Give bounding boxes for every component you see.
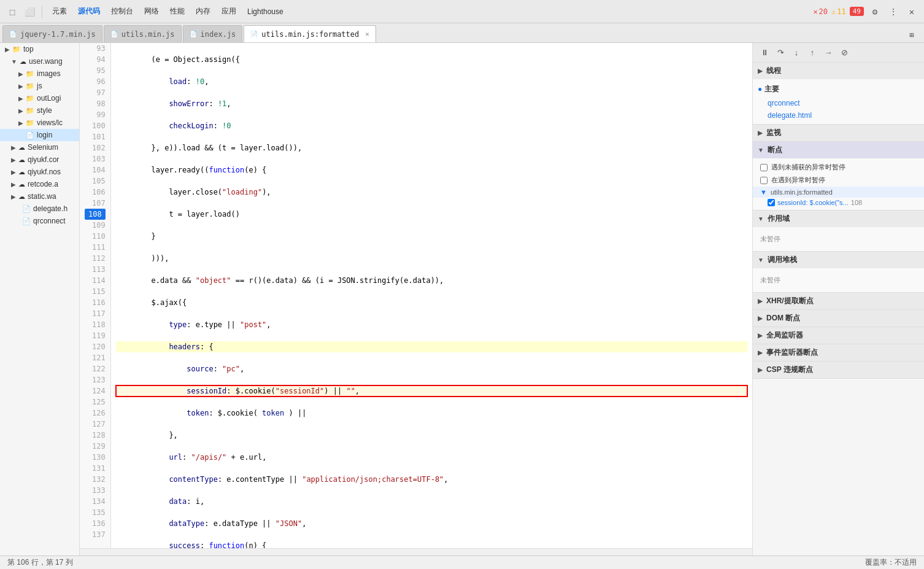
settings-icon[interactable]: ⚙ [868,4,882,19]
threads-header[interactable]: ▶ 线程 [753,63,924,79]
tree-file-icon: 📄 [22,205,31,213]
tab-jquery[interactable]: 📄 jquery-1.7.min.js [2,25,102,42]
status-bar: 第 106 行，第 17 列 覆盖率：不适用 [0,555,924,569]
code-content[interactable]: (e = Object.assign({ load: !0, showError… [111,43,752,548]
step-out-button[interactable]: ↑ [806,46,819,60]
line-num-132: 132 [85,474,106,485]
scope-content: 未暂停 [753,227,924,251]
callstack-header[interactable]: ▼ 调用堆栈 [753,252,924,268]
nav-memory[interactable]: 内存 [191,6,215,17]
thread-item-qrconnect[interactable]: qrconnect [753,97,924,109]
scope-header[interactable]: ▼ 作用域 [753,211,924,227]
tree-folder-icon: 📁 [26,82,34,90]
tree-item-style[interactable]: ▶ 📁 style [0,104,79,117]
toolbar-right: ✕ 20 ⚠ 11 49 ⚙ ⋮ ✕ [813,4,919,19]
line-num-127: 127 [85,419,106,430]
tree-folder-icon: 📁 [26,119,34,127]
tab-utils[interactable]: 📄 utils.min.js [104,25,182,42]
nav-network[interactable]: 网络 [139,6,164,17]
tree-item-selenium[interactable]: ▶ ☁ Selenium [0,141,79,153]
code-line-93: (e = Object.assign({ [116,54,747,65]
device-icon[interactable]: ⬜ [22,4,37,19]
tree-item-retcode[interactable]: ▶ ☁ retcode.a [0,178,79,190]
dom-header[interactable]: ▶ DOM 断点 [753,310,924,327]
tab-label: jquery-1.7.min.js [20,30,96,39]
global-header[interactable]: ▶ 全局监听器 [753,327,924,344]
error-badge[interactable]: ✕ 20 [813,7,828,16]
info-badge[interactable]: 49 [850,7,864,16]
line-num-131: 131 [85,463,106,474]
tree-item-qrconnect[interactable]: 📄 qrconnect [0,215,79,227]
line-num-93: 93 [85,43,106,54]
tree-item-login[interactable]: 📄 login [0,129,79,141]
code-line-106: headers: { [116,341,747,352]
nav-source[interactable]: 源代码 [73,6,105,17]
close-icon[interactable]: ✕ [904,4,919,19]
tab-utils-formatted[interactable]: 📄 utils.min.js:formatted ✕ [244,25,376,42]
tree-item-js[interactable]: ▶ 📁 js [0,80,79,92]
csp-arrow: ▶ [758,366,763,373]
expand-icon[interactable]: ⊞ [904,28,919,42]
bp-uncaught-item[interactable]: 遇到未捕获的异常时暂停 [753,161,924,174]
tree-item-images[interactable]: ▶ 📁 images [0,68,79,80]
xhr-section: ▶ XHR/提取断点 [753,293,924,310]
line-num-101: 101 [85,131,106,142]
tree-item-views[interactable]: ▶ 📁 views/lc [0,117,79,129]
nav-elements[interactable]: 元素 [47,6,72,17]
tree-arrow: ▼ [11,58,17,65]
monitor-header[interactable]: ▶ 监视 [753,125,924,141]
code-line-100: t = layer.load() [116,209,747,220]
line-num-133: 133 [85,485,106,496]
bp-file-item[interactable]: ▼ utils.min.js:formatted [753,187,924,198]
bp-sub-checkbox[interactable] [768,199,775,206]
tree-item-top[interactable]: ▶ 📁 top [0,43,79,55]
monitor-label: 监视 [766,128,781,138]
line-num-99: 99 [85,109,106,120]
line-num-121: 121 [85,352,106,363]
code-line-105: type: e.type || "post", [116,319,747,330]
code-line-113: data: i, [116,496,747,507]
tree-item-userwang[interactable]: ▼ ☁ user.wang [0,55,79,68]
nav-performance[interactable]: 性能 [165,6,190,17]
horizontal-scrollbar[interactable] [80,548,752,555]
tree-item-label: delegate.h [33,204,67,213]
step-over-button[interactable]: ↷ [774,46,787,60]
breakpoints-header[interactable]: ▼ 断点 [753,142,924,158]
code-line-94: load: !0, [116,76,747,87]
tree-item-qiyukf1[interactable]: ▶ ☁ qiyukf.cor [0,153,79,166]
line-num-106[interactable]: 106 [85,187,106,198]
tab-label: utils.min.js [121,30,175,39]
inspect-icon[interactable]: ⬚ [5,4,20,19]
more-icon[interactable]: ⋮ [886,4,901,19]
bp-exception-checkbox[interactable] [760,177,768,184]
bp-sub-item[interactable]: sessionId: $.cookie("s... 108 [753,198,924,207]
step-into-button[interactable]: ↓ [790,46,803,60]
pause-button[interactable]: ⏸ [758,46,771,60]
csp-header[interactable]: ▶ CSP 违规断点 [753,362,924,378]
tree-item-outLogi[interactable]: ▶ 📁 outLogi [0,92,79,104]
tab-file-icon: 📄 [9,31,17,37]
tab-index[interactable]: 📄 index.js [183,25,243,42]
thread-item-delegate[interactable]: delegate.html [753,109,924,122]
bp-uncaught-checkbox[interactable] [760,164,768,171]
warn-badge[interactable]: ⚠ 11 [831,7,846,16]
nav-app[interactable]: 应用 [217,6,241,17]
line-num-120: 120 [85,341,106,352]
deactivate-button[interactable]: ⊘ [837,46,851,60]
line-num-108[interactable]: 108 [85,209,106,220]
tree-arrow: ▶ [5,46,10,53]
tree-item-label: views/lc [37,118,63,127]
event-header[interactable]: ▶ 事件监听器断点 [753,344,924,361]
step-button[interactable]: → [822,46,835,60]
tab-close-button[interactable]: ✕ [365,30,369,38]
nav-lighthouse[interactable]: Lighthouse [242,7,288,16]
tree-item-static[interactable]: ▶ ☁ static.wa [0,190,79,203]
xhr-header[interactable]: ▶ XHR/提取断点 [753,293,924,309]
nav-console[interactable]: 控制台 [106,6,138,17]
tree-file-icon: 📄 [26,131,34,139]
bp-exception-item[interactable]: 在遇到异常时暂停 [753,174,924,187]
tree-item-delegate[interactable]: 📄 delegate.h [0,203,79,215]
tree-item-qiyukf2[interactable]: ▶ ☁ qiyukf.nos [0,166,79,178]
code-line-110: }, [116,430,747,441]
tree-cloud-icon: ☁ [20,58,26,66]
